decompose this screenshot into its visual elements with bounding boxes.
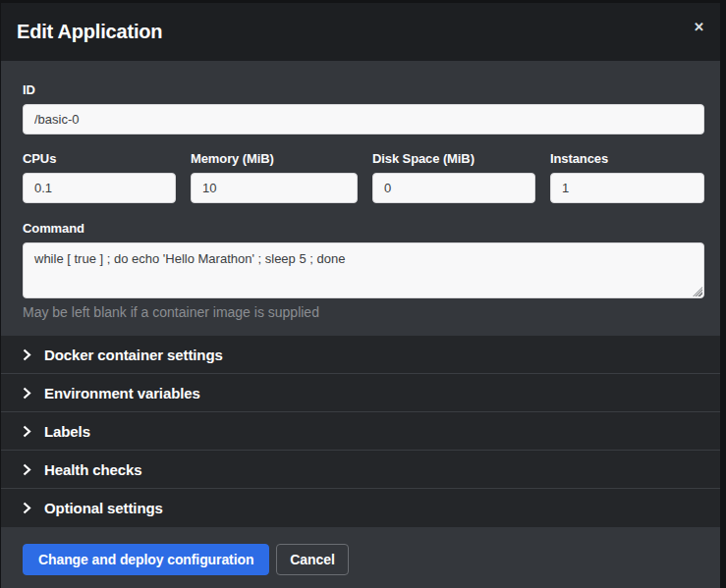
cpus-field-group: CPUs: [23, 151, 176, 203]
cpus-label: CPUs: [23, 151, 176, 166]
id-input[interactable]: [23, 104, 704, 134]
section-label: Environment variables: [44, 385, 200, 401]
resource-fields-row: CPUs Memory (MiB) Disk Space (MiB) Insta…: [23, 151, 704, 203]
command-field-group: Command while [ true ] ; do echo 'Hello …: [23, 221, 704, 321]
section-label: Health checks: [44, 461, 142, 478]
disk-space-field-group: Disk Space (MiB): [372, 151, 535, 203]
memory-input[interactable]: [191, 173, 358, 203]
section-health-checks[interactable]: Health checks: [1, 451, 720, 489]
disk-space-label: Disk Space (MiB): [372, 151, 535, 166]
instances-field-group: Instances: [550, 151, 704, 203]
command-textarea[interactable]: while [ true ] ; do echo 'Hello Marathon…: [23, 242, 704, 298]
memory-label: Memory (MiB): [191, 151, 358, 166]
command-textarea-wrap: while [ true ] ; do echo 'Hello Marathon…: [23, 242, 704, 298]
application-form: ID CPUs Memory (MiB) Disk Space (MiB) In…: [1, 61, 720, 336]
memory-field-group: Memory (MiB): [191, 151, 358, 203]
disk-space-input[interactable]: [372, 173, 535, 203]
chevron-right-icon: [23, 425, 31, 438]
section-label: Docker container settings: [44, 347, 223, 363]
modal-title: Edit Application: [17, 21, 162, 43]
section-labels[interactable]: Labels: [1, 412, 720, 451]
section-label: Labels: [44, 423, 90, 440]
chevron-right-icon: [23, 502, 31, 514]
chevron-right-icon: [23, 348, 31, 361]
cancel-button[interactable]: Cancel: [276, 544, 348, 575]
cpus-input[interactable]: [23, 173, 176, 203]
instances-label: Instances: [550, 151, 704, 166]
section-label: Optional settings: [44, 500, 163, 516]
settings-accordion: Docker container settings Environment va…: [1, 336, 720, 527]
id-field-group: ID: [23, 82, 704, 134]
edit-application-modal: Edit Application ✕ ID CPUs Memory (MiB) …: [1, 3, 720, 587]
chevron-right-icon: [23, 463, 31, 476]
close-icon[interactable]: ✕: [688, 15, 710, 39]
command-label: Command: [23, 221, 704, 236]
section-environment-variables[interactable]: Environment variables: [1, 374, 720, 412]
instances-input[interactable]: [550, 173, 704, 203]
section-docker-container-settings[interactable]: Docker container settings: [1, 336, 720, 374]
modal-header: Edit Application ✕: [1, 3, 720, 61]
id-label: ID: [23, 82, 704, 97]
chevron-right-icon: [23, 387, 31, 400]
section-optional-settings[interactable]: Optional settings: [1, 489, 720, 527]
command-help-text: May be left blank if a container image i…: [23, 304, 704, 321]
change-and-deploy-button[interactable]: Change and deploy configuration: [23, 544, 269, 575]
modal-footer: Change and deploy configuration Cancel: [1, 527, 720, 588]
